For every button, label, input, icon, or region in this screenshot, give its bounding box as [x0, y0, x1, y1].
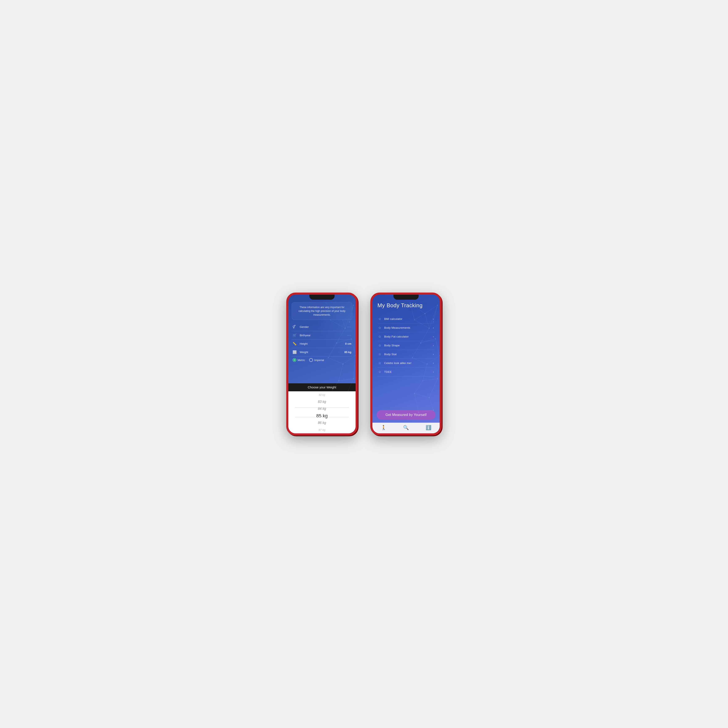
celebs-label: Celebs look alike me!: [384, 361, 430, 365]
star-icon-bst: ☆: [378, 352, 381, 356]
weight-item-2[interactable]: 84 kg: [288, 405, 356, 412]
tdee-label: TDEE: [384, 370, 430, 373]
gender-label: Gender: [300, 325, 347, 329]
weight-item-0: 82 kg: [288, 392, 356, 398]
bottom-nav: 🚶 🔍 ℹ️: [372, 423, 440, 433]
gender-value: ···: [347, 325, 352, 329]
menu-item-body-shape[interactable]: ☆ Body Shape ›: [378, 341, 434, 350]
chevron-icon-tdee: ›: [433, 370, 434, 373]
metric-option[interactable]: Metric: [292, 358, 305, 362]
gender-icon: ⚥: [292, 325, 298, 329]
star-icon-bmi: ☆: [378, 317, 381, 321]
height-label: Height: [300, 342, 345, 345]
field-gender[interactable]: ⚥ Gender ···: [292, 323, 352, 331]
unit-row: Metric Imperial: [292, 356, 352, 364]
star-icon-bf: ☆: [378, 335, 381, 339]
bf-label: Body Fat calculator: [384, 335, 430, 338]
metric-label: Metric: [298, 358, 305, 362]
birthyear-icon: 🛒: [292, 333, 298, 337]
star-icon-bs: ☆: [378, 343, 381, 347]
mute-button-2: [370, 320, 371, 327]
phone2-screen: My Body Tracking ☆ BMI calculator › ☆ Bo…: [372, 295, 440, 433]
menu-item-tdee[interactable]: ☆ TDEE ›: [378, 367, 434, 376]
phones-container: These information are very important for…: [286, 292, 442, 436]
volume-down-button-2: [370, 343, 371, 355]
imperial-radio[interactable]: [309, 358, 313, 362]
cta-button[interactable]: Get Measured by Yourself: [376, 410, 436, 420]
menu-item-celebs[interactable]: ☆ Celebs look alike me! ›: [378, 359, 434, 367]
bm-label: Body Measurements: [384, 326, 430, 329]
bmi-label: BMI calculator: [384, 317, 430, 321]
weight-value: 85 kg: [344, 350, 352, 354]
mute-button: [286, 320, 287, 327]
chevron-icon-bmi: ›: [433, 317, 434, 321]
bst-label: Body Stat: [384, 353, 430, 356]
field-height[interactable]: 📏 Height 0 cm: [292, 340, 352, 348]
weight-item-active[interactable]: 85 kg: [288, 412, 356, 419]
chevron-icon-bm: ›: [433, 326, 434, 329]
imperial-label: Imperial: [314, 358, 324, 362]
power-button-2: [441, 328, 442, 341]
phone-1: These information are very important for…: [286, 292, 358, 436]
star-icon-bm: ☆: [378, 326, 381, 330]
weight-label: Weight: [300, 350, 344, 354]
nav-search-icon[interactable]: 🔍: [403, 425, 409, 430]
birthyear-value: ···: [347, 333, 352, 337]
height-value: 0 cm: [345, 342, 352, 345]
volume-up-button: [286, 330, 287, 341]
volume-down-button: [286, 343, 287, 355]
star-icon-tdee: ☆: [378, 370, 381, 374]
nav-person-icon[interactable]: 🚶: [381, 425, 387, 430]
phone-2: My Body Tracking ☆ BMI calculator › ☆ Bo…: [370, 292, 442, 436]
menu-item-body-measurements[interactable]: ☆ Body Measurements ›: [378, 323, 434, 332]
birthyear-label: Birthyear: [300, 334, 347, 337]
bs-label: Body Shape: [384, 344, 430, 347]
metric-radio[interactable]: [292, 358, 296, 362]
star-icon-celebs: ☆: [378, 361, 381, 365]
phone2-top: My Body Tracking ☆ BMI calculator › ☆ Bo…: [372, 295, 440, 407]
weight-picker-header: Choose your Weight: [288, 383, 356, 392]
menu-item-bmi[interactable]: ☆ BMI calculator ›: [378, 315, 434, 323]
imperial-option[interactable]: Imperial: [309, 358, 324, 362]
height-icon: 📏: [292, 342, 298, 346]
menu-item-body-fat[interactable]: ☆ Body Fat calculator ›: [378, 332, 434, 341]
chevron-icon-bf: ›: [433, 335, 434, 338]
weight-picker[interactable]: 82 kg 83 kg 84 kg 85 kg 86 kg 87 kg: [288, 392, 356, 433]
info-card-text: These information are very important for…: [295, 305, 349, 317]
choose-weight-text: Choose your Weight: [308, 385, 336, 389]
phone1-top: These information are very important for…: [288, 295, 356, 383]
weight-item-4[interactable]: 86 kg: [288, 419, 356, 426]
nav-info-icon[interactable]: ℹ️: [425, 425, 431, 430]
phone1-screen: These information are very important for…: [288, 295, 356, 433]
chevron-icon-bst: ›: [433, 353, 434, 356]
chevron-icon-bs: ›: [433, 344, 434, 347]
weight-item-1[interactable]: 83 kg: [288, 398, 356, 405]
weight-item-5: 87 kg: [288, 427, 356, 433]
weight-icon: ⬜: [292, 350, 298, 354]
power-button: [357, 328, 358, 341]
field-weight[interactable]: ⬜ Weight 85 kg: [292, 348, 352, 356]
app-title: My Body Tracking: [378, 302, 434, 309]
chevron-icon-celebs: ›: [433, 361, 434, 365]
menu-item-body-stat[interactable]: ☆ Body Stat ›: [378, 350, 434, 359]
info-card: These information are very important for…: [292, 302, 352, 320]
volume-up-button-2: [370, 330, 371, 341]
field-birthyear[interactable]: 🛒 Birthyear ···: [292, 331, 352, 340]
cta-button-text: Get Measured by Yourself: [385, 413, 427, 416]
